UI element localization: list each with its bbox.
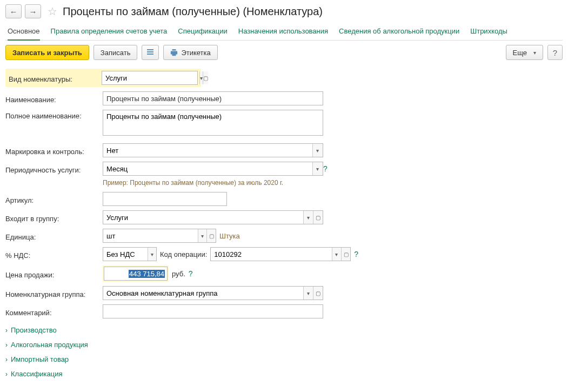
list-icon bbox=[146, 49, 154, 56]
period-help-icon[interactable]: ? bbox=[323, 164, 328, 173]
opcode-help-icon[interactable]: ? bbox=[354, 250, 358, 258]
price-unit: руб. bbox=[172, 270, 185, 278]
tab-alcohol-info[interactable]: Сведения об алкогольной продукции bbox=[339, 24, 459, 40]
svg-rect-1 bbox=[147, 51, 153, 52]
group-input[interactable] bbox=[103, 211, 303, 224]
group-dropdown-icon[interactable]: ▾ bbox=[303, 211, 313, 224]
name-input[interactable] bbox=[103, 91, 323, 105]
opcode-label: Код операции: bbox=[160, 250, 207, 258]
period-label: Периодичность услуги: bbox=[5, 164, 103, 174]
fullname-textarea[interactable] bbox=[103, 110, 323, 136]
nomgroup-dropdown-icon[interactable]: ▾ bbox=[303, 287, 313, 300]
opcode-input[interactable] bbox=[211, 248, 331, 261]
expander-import[interactable]: › Импортный товар bbox=[5, 352, 481, 367]
printer-icon bbox=[170, 49, 178, 56]
unit-label: Единица: bbox=[5, 231, 103, 241]
list-icon-button[interactable] bbox=[142, 45, 159, 60]
tab-usage-purposes[interactable]: Назначения использования bbox=[238, 24, 328, 40]
unit-dropdown-icon[interactable]: ▾ bbox=[198, 229, 207, 242]
marking-dropdown-icon[interactable]: ▾ bbox=[312, 144, 323, 157]
unit-input[interactable] bbox=[103, 229, 198, 242]
nav-back-button[interactable]: ← bbox=[5, 4, 22, 18]
vat-input[interactable] bbox=[103, 248, 148, 261]
period-hint: Пример: Проценты по займам (полученные) … bbox=[103, 179, 481, 187]
chevron-right-icon: › bbox=[5, 341, 8, 349]
expander-classification[interactable]: › Классификация bbox=[5, 367, 481, 381]
page-title: Проценты по займам (полученные) (Номенкл… bbox=[63, 5, 323, 18]
price-input[interactable]: 443 715,84 bbox=[104, 267, 168, 281]
price-label: Цена продажи: bbox=[5, 269, 103, 279]
chevron-right-icon: › bbox=[5, 327, 8, 334]
svg-rect-0 bbox=[147, 49, 153, 50]
tab-specifications[interactable]: Спецификации bbox=[178, 24, 228, 40]
save-button[interactable]: Записать bbox=[93, 45, 138, 60]
nomgroup-input[interactable] bbox=[103, 287, 303, 300]
comment-label: Комментарий: bbox=[5, 307, 103, 317]
unit-open-icon[interactable]: ▢ bbox=[206, 229, 216, 242]
chevron-right-icon: › bbox=[5, 370, 8, 378]
fullname-label: Полное наименование: bbox=[5, 110, 103, 120]
price-help-icon[interactable]: ? bbox=[189, 269, 193, 278]
tab-accounts-rules[interactable]: Правила определения счетов учета bbox=[51, 24, 168, 40]
opcode-open-icon[interactable]: ▢ bbox=[341, 248, 350, 261]
label-print-button[interactable]: Этикетка bbox=[163, 45, 217, 60]
favorite-star-icon[interactable]: ☆ bbox=[48, 5, 57, 18]
tab-main[interactable]: Основное bbox=[8, 24, 40, 41]
opcode-dropdown-icon[interactable]: ▾ bbox=[332, 248, 341, 261]
name-label: Наименование: bbox=[5, 94, 103, 104]
article-label: Артикул: bbox=[5, 194, 103, 204]
period-dropdown-icon[interactable]: ▾ bbox=[312, 162, 323, 175]
expander-alcohol[interactable]: › Алкогольная продукция bbox=[5, 337, 481, 352]
chevron-right-icon: › bbox=[5, 356, 8, 363]
expander-production[interactable]: › Производство bbox=[5, 323, 481, 337]
type-input[interactable] bbox=[102, 71, 199, 84]
unit-desc: Штука bbox=[219, 232, 240, 240]
period-input[interactable] bbox=[103, 162, 312, 175]
vat-label: % НДС: bbox=[5, 249, 103, 260]
group-label: Входит в группу: bbox=[5, 212, 103, 223]
tab-barcodes[interactable]: Штрихкоды bbox=[470, 24, 507, 40]
comment-input[interactable] bbox=[103, 304, 323, 318]
group-open-icon[interactable]: ▢ bbox=[313, 211, 323, 224]
nav-forward-button[interactable]: → bbox=[25, 4, 41, 18]
article-input[interactable] bbox=[103, 192, 227, 206]
marking-input[interactable] bbox=[103, 144, 312, 157]
nomgroup-label: Номенклатурная группа: bbox=[5, 288, 103, 298]
svg-rect-2 bbox=[147, 54, 153, 55]
tab-bar: Основное Правила определения счетов учет… bbox=[5, 24, 563, 41]
more-button[interactable]: Еще bbox=[506, 45, 543, 60]
help-button[interactable]: ? bbox=[547, 45, 563, 60]
marking-label: Маркировка и контроль: bbox=[5, 145, 103, 156]
type-open-icon[interactable]: ▢ bbox=[203, 71, 208, 84]
vat-dropdown-icon[interactable]: ▾ bbox=[148, 248, 156, 261]
type-label: Вид номенклатуры: bbox=[9, 73, 102, 83]
nomgroup-open-icon[interactable]: ▢ bbox=[313, 287, 323, 300]
save-and-close-button[interactable]: Записать и закрыть bbox=[5, 45, 89, 60]
